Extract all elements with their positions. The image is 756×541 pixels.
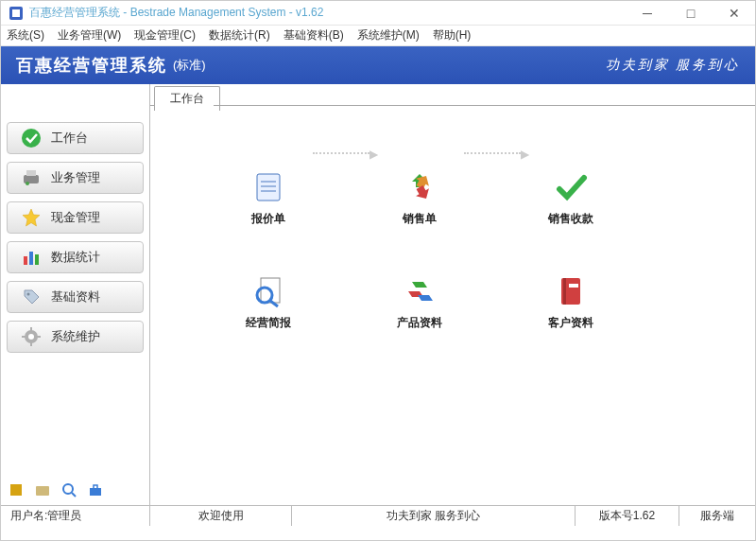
menu-statistics[interactable]: 数据统计(R) — [209, 27, 270, 44]
svg-rect-13 — [30, 342, 32, 346]
svg-rect-6 — [24, 256, 27, 265]
document-icon — [250, 169, 286, 205]
tag-icon — [21, 287, 42, 307]
sidebar-item-label: 工作台 — [51, 130, 88, 147]
svg-rect-8 — [35, 254, 39, 265]
chart-icon — [21, 247, 42, 268]
svg-point-9 — [27, 293, 30, 296]
shortcut-label: 客户资料 — [548, 315, 593, 331]
svg-rect-16 — [10, 484, 22, 496]
printer-icon — [21, 167, 42, 188]
svg-rect-21 — [257, 174, 280, 201]
shortcut-icon-1[interactable] — [9, 482, 24, 497]
svg-rect-30 — [569, 284, 578, 288]
svg-point-5 — [26, 182, 29, 185]
menu-basedata[interactable]: 基础资料(B) — [284, 27, 344, 44]
shortcut-report[interactable]: 经营简报 — [226, 273, 311, 331]
svg-line-19 — [72, 493, 76, 497]
svg-rect-1 — [12, 9, 20, 17]
shortcut-label: 销售收款 — [548, 211, 593, 227]
shortcut-label: 销售单 — [403, 211, 437, 227]
magnifier-page-icon — [250, 273, 286, 309]
status-server: 服务端 — [679, 506, 755, 526]
shortcut-label: 报价单 — [251, 211, 285, 227]
shortcut-quote[interactable]: 报价单 — [226, 169, 311, 227]
statusbar: 用户名:管理员 欢迎使用 功夫到家 服务到心 版本号1.62 服务端 — [1, 505, 755, 526]
checkmark-icon — [553, 169, 589, 205]
svg-rect-4 — [26, 170, 36, 176]
svg-rect-3 — [24, 175, 39, 183]
check-icon — [21, 128, 42, 148]
recycle-icon — [402, 169, 438, 205]
star-icon — [21, 207, 42, 228]
minimize-button[interactable]: ─ — [634, 4, 661, 23]
status-welcome: 欢迎使用 — [150, 506, 292, 526]
banner: 百惠经营管理系统 (标准) 功夫到家 服务到心 — [1, 46, 755, 84]
shortcut-label: 产品资料 — [397, 315, 442, 331]
sidebar-item-label: 业务管理 — [51, 169, 100, 186]
menu-system[interactable]: 系统(S) — [7, 27, 44, 44]
maximize-button[interactable]: □ — [678, 4, 704, 23]
sidebar-item-label: 基础资料 — [51, 288, 100, 305]
shortcut-sales[interactable]: 销售单 — [377, 169, 462, 227]
close-button[interactable]: ✕ — [721, 4, 747, 23]
status-version: 版本号1.62 — [576, 506, 679, 526]
menu-help[interactable]: 帮助(H) — [433, 27, 472, 44]
sidebar-item-label: 数据统计 — [51, 249, 100, 266]
banner-edition: (标准) — [173, 57, 206, 74]
svg-rect-17 — [36, 486, 49, 496]
sidebar-item-cash[interactable]: 现金管理 — [7, 201, 144, 234]
svg-rect-14 — [22, 336, 26, 338]
app-icon — [9, 6, 24, 21]
sidebar-item-label: 系统维护 — [51, 328, 100, 345]
menu-maintenance[interactable]: 系统维护(M) — [357, 27, 420, 44]
shortcut-label: 经营简报 — [246, 315, 291, 331]
gear-icon — [21, 326, 42, 347]
svg-rect-15 — [37, 336, 41, 338]
shortcut-product[interactable]: 产品资料 — [377, 273, 462, 331]
banner-slogan: 功夫到家 服务到心 — [606, 57, 741, 74]
shortcut-receipt[interactable]: 销售收款 — [528, 169, 613, 227]
sidebar-item-label: 现金管理 — [51, 209, 100, 226]
tab-workbench[interactable]: 工作台 — [154, 86, 220, 111]
book-icon — [553, 273, 589, 309]
menu-business[interactable]: 业务管理(W) — [58, 27, 121, 44]
sidebar: 工作台 业务管理 现金管理 数据统计 基础资料 系统维护 — [1, 84, 150, 505]
svg-rect-29 — [563, 278, 566, 305]
cubes-icon — [402, 273, 438, 309]
banner-title: 百惠经营管理系统 — [16, 54, 167, 77]
sidebar-item-basedata[interactable]: 基础资料 — [7, 281, 144, 313]
menu-cash[interactable]: 现金管理(C) — [134, 27, 196, 44]
shortcut-customer[interactable]: 客户资料 — [528, 273, 613, 331]
shortcut-icon-3[interactable] — [61, 482, 77, 497]
window-title: 百惠经营管理系统 - Bestrade Management System - … — [29, 5, 634, 21]
status-slogan: 功夫到家 服务到心 — [292, 506, 576, 526]
tab-label: 工作台 — [170, 92, 204, 105]
svg-point-18 — [63, 484, 73, 494]
menubar: 系统(S) 业务管理(W) 现金管理(C) 数据统计(R) 基础资料(B) 系统… — [1, 26, 755, 46]
sidebar-item-workbench[interactable]: 工作台 — [7, 122, 144, 154]
sidebar-item-business[interactable]: 业务管理 — [7, 162, 144, 194]
shortcut-icon-2[interactable] — [35, 482, 50, 497]
status-user: 用户名:管理员 — [1, 506, 150, 526]
svg-rect-12 — [30, 327, 32, 331]
svg-rect-20 — [90, 488, 101, 496]
svg-point-11 — [28, 334, 34, 340]
sidebar-item-statistics[interactable]: 数据统计 — [7, 241, 144, 273]
shortcut-icon-4[interactable] — [88, 482, 103, 497]
svg-rect-7 — [29, 252, 33, 265]
svg-point-2 — [22, 129, 41, 148]
sidebar-item-maintenance[interactable]: 系统维护 — [7, 321, 144, 353]
